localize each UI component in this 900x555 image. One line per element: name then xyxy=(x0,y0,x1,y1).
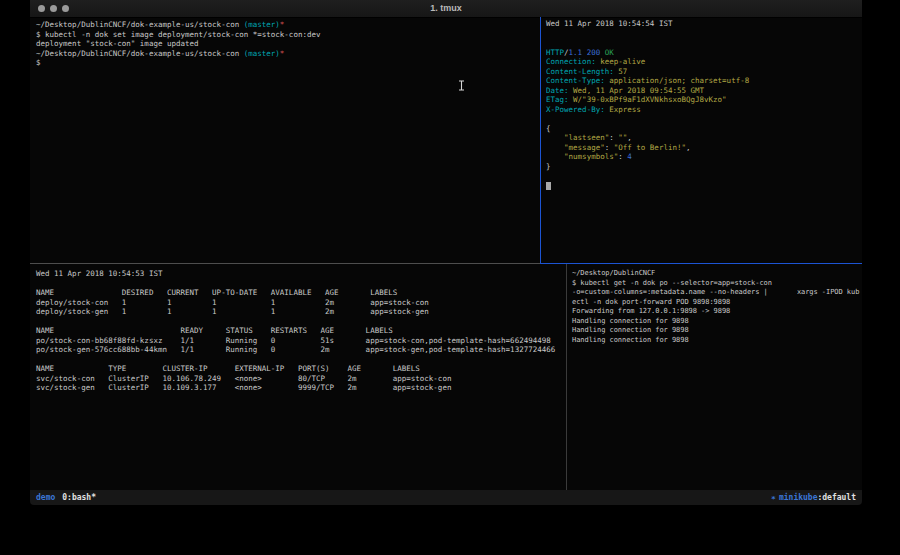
terminal-line: Forwarding from 127.0.0.1:9898 -> 9898 xyxy=(572,307,862,317)
window-titlebar[interactable]: 1. tmux xyxy=(30,0,862,18)
mouse-cursor-ibeam xyxy=(458,76,465,95)
terminal-line xyxy=(36,279,572,289)
pane-bottom-left-kubectl-watch[interactable]: Wed 11 Apr 2018 10:54:53 IST NAME DESIRE… xyxy=(30,264,572,495)
terminal-line: NAME TYPE CLUSTER-IP EXTERNAL-IP PORT(S)… xyxy=(36,364,572,374)
terminal-line: } xyxy=(546,162,862,172)
terminal-line xyxy=(36,317,572,327)
terminal-line: deploy/stock-gen 1 1 1 1 2m app=stock-ge… xyxy=(36,307,572,317)
status-left: demo0:bash* xyxy=(36,493,96,502)
terminal-line: po/stock-gen-576cc688bb-44kmn 1/1 Runnin… xyxy=(36,345,572,355)
pane-top-right-http-response[interactable]: Wed 11 Apr 2018 10:54:54 IST HTTP/1.1 20… xyxy=(541,17,862,265)
terminal-line: ~/Desktop/DublinCNCF/dok-example-us/stoc… xyxy=(36,49,546,59)
terminal-line: po/stock-con-bb68f88fd-kzsxz 1/1 Running… xyxy=(36,336,572,346)
terminal-line: $ kubectl get -n dok po --selector=app=s… xyxy=(572,279,862,289)
pane-bottom-right-port-forward[interactable]: ~/Desktop/DublinCNCF$ kubectl get -n dok… xyxy=(567,264,862,495)
terminal-line: Handling connection for 9898 xyxy=(572,326,862,336)
terminal-line: "message": "Off to Berlin!", xyxy=(546,143,862,153)
kube-context: minikube xyxy=(779,493,818,502)
terminal-line: NAME READY STATUS RESTARTS AGE LABELS xyxy=(36,326,572,336)
status-right: ∗minikube:default xyxy=(771,493,856,502)
terminal-line: Wed 11 Apr 2018 10:54:54 IST xyxy=(546,19,862,29)
kubernetes-helm-icon: ∗ xyxy=(771,493,776,502)
terminal-line: $ kubectl -n dok set image deployment/st… xyxy=(36,30,546,40)
desktop-background: 1. tmux ~/Desktop/DublinCNCF/dok-example… xyxy=(0,0,900,555)
terminal-line: ~/Desktop/DublinCNCF/dok-example-us/stoc… xyxy=(36,20,546,30)
terminal-line: ETag: W/"39-0xBPf9aF1dXVNkhsxoBQgJ8vKzo" xyxy=(546,95,862,105)
terminal-line: "numsymbols": 4 xyxy=(546,152,862,162)
terminal-line: Handling connection for 9898 xyxy=(572,317,862,327)
terminal-line: Connection: keep-alive xyxy=(546,57,862,67)
terminal-line: deployment "stock-con" image updated xyxy=(36,39,546,49)
pane-top-left-shell[interactable]: ~/Desktop/DublinCNCF/dok-example-us/stoc… xyxy=(30,17,546,266)
terminal-line: "lastseen": "", xyxy=(546,133,862,143)
terminal-line: HTTP/1.1 200 OK xyxy=(546,48,862,58)
terminal-line xyxy=(36,355,572,365)
session-name: demo xyxy=(36,493,55,502)
terminal-line: svc/stock-con ClusterIP 10.106.78.249 <n… xyxy=(36,374,572,384)
terminal-line: ~/Desktop/DublinCNCF xyxy=(572,269,862,279)
terminal-line: ectl -n dok port-forward POD 9898:9898 xyxy=(572,298,862,308)
window-tab-bash[interactable]: 0:bash* xyxy=(62,493,96,502)
terminal-line: svc/stock-gen ClusterIP 10.109.3.177 <no… xyxy=(36,383,572,393)
tmux-status-bar: demo0:bash* ∗minikube:default xyxy=(30,490,862,505)
terminal-line: { xyxy=(546,124,862,134)
terminal-line: $ xyxy=(36,58,546,68)
terminal-line xyxy=(546,29,862,39)
window-title: 1. tmux xyxy=(30,0,862,17)
terminal-line xyxy=(546,38,862,48)
terminal-line xyxy=(546,181,862,191)
terminal-line: Content-Type: application/json; charset=… xyxy=(546,76,862,86)
terminal-line: Wed 11 Apr 2018 10:54:53 IST xyxy=(36,269,572,279)
terminal-line: Date: Wed, 11 Apr 2018 09:54:55 GMT xyxy=(546,86,862,96)
terminal-window: 1. tmux ~/Desktop/DublinCNCF/dok-example… xyxy=(30,0,862,505)
kube-namespace: :default xyxy=(817,493,856,502)
terminal-line: Content-Length: 57 xyxy=(546,67,862,77)
terminal-line: X-Powered-By: Express xyxy=(546,105,862,115)
terminal-line: Handling connection for 9898 xyxy=(572,336,862,346)
terminal-line: NAME DESIRED CURRENT UP-TO-DATE AVAILABL… xyxy=(36,288,572,298)
terminal-line: deploy/stock-con 1 1 1 1 2m app=stock-co… xyxy=(36,298,572,308)
terminal-line xyxy=(546,171,862,181)
terminal-line xyxy=(546,114,862,124)
terminal-line: -o=custom-columns=:metadata.name --no-he… xyxy=(572,288,862,298)
